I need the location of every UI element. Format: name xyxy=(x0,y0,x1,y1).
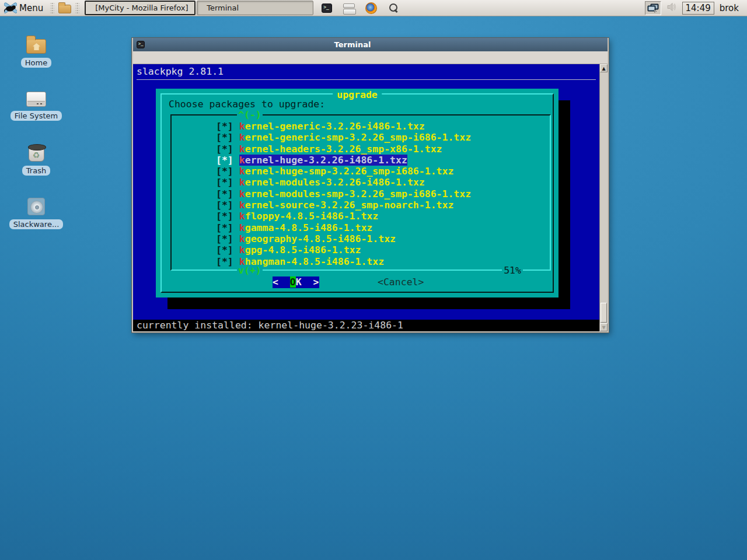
taskbar-button[interactable]: [MyCity - Mozilla Firefox] xyxy=(85,1,196,15)
titlebar[interactable]: Terminal xyxy=(133,38,608,51)
package-name: kgpg-4.8.5-i486-1.txz xyxy=(239,244,361,256)
scrollbar[interactable]: ▲ ▼ xyxy=(599,64,608,331)
package-checkbox[interactable]: [*] xyxy=(216,244,233,256)
package-checkbox[interactable]: [*] xyxy=(216,256,233,267)
panel-separator xyxy=(50,2,54,15)
desktop-icon-label: File System xyxy=(11,111,62,121)
file-manager-launcher[interactable] xyxy=(340,1,358,16)
username-label: brok xyxy=(720,3,739,13)
firefox-launcher[interactable] xyxy=(362,1,380,16)
volume-tray-item[interactable] xyxy=(666,2,677,15)
package-row[interactable]: [*]kgamma-4.8.5-i486-1.txz xyxy=(216,222,549,233)
desktop-icon[interactable]: Home xyxy=(9,32,63,85)
package-name: kernel-modules-smp-3.2.26_smp-i686-1.txz xyxy=(239,188,471,200)
menubar-item[interactable] xyxy=(156,57,167,59)
package-checkbox[interactable]: [*] xyxy=(216,166,233,177)
menubar-item[interactable] xyxy=(146,57,156,59)
ok-button[interactable]: < OK > xyxy=(273,276,319,288)
menu-button[interactable]: Menu xyxy=(1,1,48,16)
taskbar-button[interactable]: Terminal xyxy=(197,1,313,15)
firefox-icon xyxy=(365,2,377,14)
desktop-icon[interactable]: Trash xyxy=(9,139,63,192)
desktop-icon-label: Home xyxy=(21,58,51,68)
desktop-icon[interactable]: Slackware... xyxy=(9,192,63,246)
package-checkbox[interactable]: [*] xyxy=(216,177,233,188)
package-name: kernel-huge-smp-3.2.26_smp-i686-1.txz xyxy=(239,166,454,177)
package-row[interactable]: [*]kernel-huge-smp-3.2.26_smp-i686-1.txz xyxy=(216,166,549,177)
package-row[interactable]: [*]kernel-modules-smp-3.2.26_smp-i686-1.… xyxy=(216,188,549,200)
desktop-icon-image xyxy=(26,39,46,54)
window-controls xyxy=(560,40,604,49)
package-name: kernel-headers-3.2.26_smp-x86-1.txz xyxy=(239,144,442,155)
slackpkg-backtitle: slackpkg 2.81.1 xyxy=(137,66,224,77)
ok-left-bracket: < xyxy=(273,276,278,288)
package-checkbox[interactable]: [*] xyxy=(216,211,233,222)
scrollbar-up-button[interactable]: ▲ xyxy=(600,64,608,72)
package-checkbox[interactable]: [*] xyxy=(216,121,233,132)
desktop-icon[interactable]: File System xyxy=(9,85,63,139)
package-row[interactable]: [*]kernel-generic-smp-3.2.26_smp-i686-1.… xyxy=(216,132,549,143)
menubar-item[interactable] xyxy=(135,57,146,59)
status-bar: currently installed: kernel-huge-3.2.23-… xyxy=(133,320,599,331)
drives-icon xyxy=(343,4,355,8)
package-checkbox[interactable]: [*] xyxy=(216,155,233,166)
ok-rest-letter: K xyxy=(296,276,302,288)
panel-separator xyxy=(75,2,79,15)
desktop-icon-image xyxy=(27,198,45,215)
top-panel: Menu [MyCity - Mozilla Firefox] Terminal xyxy=(0,0,747,16)
window-control-button[interactable] xyxy=(595,40,604,49)
upgrade-dialog: upgrade Choose packages to upgrade: ^(-)… xyxy=(156,89,558,298)
desktop-icon-image xyxy=(29,146,44,162)
xfce-mouse-icon xyxy=(4,2,17,14)
cancel-button[interactable]: <Cancel> xyxy=(378,276,424,288)
search-icon xyxy=(388,3,399,13)
package-row[interactable]: [*]kernel-source-3.2.26_smp-noarch-1.txz xyxy=(216,200,549,211)
menu-label: Menu xyxy=(19,3,43,13)
package-checkbox[interactable]: [*] xyxy=(216,200,233,211)
package-checkbox[interactable]: [*] xyxy=(216,188,233,200)
package-list: [*]kernel-generic-3.2.26-i486-1.txz[*]ke… xyxy=(173,117,549,268)
package-row[interactable]: [*]kfloppy-4.8.5-i486-1.txz xyxy=(216,211,549,222)
package-name: kernel-generic-3.2.26-i486-1.txz xyxy=(239,121,425,132)
terminal-launcher[interactable] xyxy=(318,1,336,16)
menubar-item[interactable] xyxy=(188,57,198,59)
package-row[interactable]: [*]kernel-headers-3.2.26_smp-x86-1.txz xyxy=(216,144,549,155)
ok-gap xyxy=(302,276,313,288)
clock[interactable]: 14:49 xyxy=(682,2,714,15)
package-name: kernel-generic-smp-3.2.26_smp-i686-1.txz xyxy=(239,132,471,143)
menubar-item[interactable] xyxy=(177,57,188,59)
desktop-icon-column: Home File System Trash Slackware... xyxy=(9,32,63,246)
package-name: kgeography-4.8.5-i486-1.txz xyxy=(239,233,396,244)
display-settings-tray-item[interactable] xyxy=(645,1,661,15)
ok-right-bracket: > xyxy=(313,276,319,288)
package-row[interactable]: [*]kernel-modules-3.2.26-i486-1.txz xyxy=(216,177,549,188)
ok-gap xyxy=(278,276,290,288)
package-row[interactable]: [*]khangman-4.8.5-i486-1.txz xyxy=(216,256,549,267)
package-checkbox[interactable]: [*] xyxy=(216,233,233,244)
package-row[interactable]: [*]kernel-huge-3.2.26-i486-1.txz xyxy=(216,155,549,166)
search-launcher[interactable] xyxy=(385,1,402,16)
terminal-icon xyxy=(137,41,145,48)
scrollbar-thumb[interactable] xyxy=(601,303,607,323)
status-text: currently installed: kernel-huge-3.2.23-… xyxy=(137,320,403,331)
package-checkbox[interactable]: [*] xyxy=(216,132,233,143)
taskbar: [MyCity - Mozilla Firefox] Terminal xyxy=(85,1,313,15)
window-control-button[interactable] xyxy=(560,40,569,49)
menubar-item[interactable] xyxy=(167,57,177,59)
package-name: kernel-huge-3.2.26-i486-1.txz xyxy=(239,155,407,166)
package-name: kernel-modules-3.2.26-i486-1.txz xyxy=(239,177,425,188)
window-control-button[interactable] xyxy=(572,40,581,49)
package-checkbox[interactable]: [*] xyxy=(216,144,233,155)
terminal-screen[interactable]: slackpkg 2.81.1 upgrade Choose packages … xyxy=(133,64,599,331)
package-checkbox[interactable]: [*] xyxy=(216,222,233,233)
dialog-prompt: Choose packages to upgrade: xyxy=(169,99,325,110)
window-title: Terminal xyxy=(148,40,557,49)
package-row[interactable]: [*]kgpg-4.8.5-i486-1.txz xyxy=(216,244,549,256)
package-row[interactable]: [*]kgeography-4.8.5-i486-1.txz xyxy=(216,233,549,244)
package-name: kernel-source-3.2.26_smp-noarch-1.txz xyxy=(239,200,454,211)
folder-launcher[interactable] xyxy=(56,1,74,16)
window-control-button[interactable] xyxy=(584,40,592,49)
package-row[interactable]: [*]kernel-generic-3.2.26-i486-1.txz xyxy=(216,121,549,132)
volume-icon xyxy=(666,2,677,12)
scrollbar-down-button[interactable]: ▼ xyxy=(600,323,608,331)
